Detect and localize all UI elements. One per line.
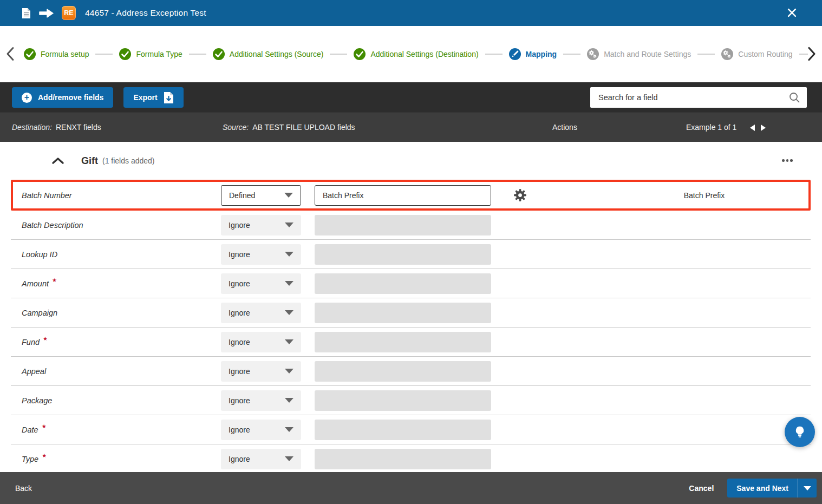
stepper-step[interactable]: Custom Routing	[721, 48, 810, 60]
stepper-step[interactable]: Match and Route Settings	[587, 48, 721, 60]
search-input[interactable]	[597, 93, 788, 102]
value-input	[315, 390, 491, 411]
example-prev-icon[interactable]	[749, 124, 755, 132]
mapping-type-value: Ignore	[229, 367, 250, 376]
mapping-type-select[interactable]: Ignore	[221, 390, 301, 411]
stepper-prev-icon[interactable]	[5, 47, 15, 61]
chevron-down-icon	[285, 369, 293, 374]
field-search	[590, 87, 807, 108]
chevron-down-icon	[285, 222, 293, 227]
mapping-content: Gift (1 fields added) Batch Number ★ Def…	[0, 142, 822, 472]
value-input	[315, 332, 491, 352]
mapping-type-select[interactable]: Ignore	[221, 449, 301, 469]
mapping-row: Campaign ★ Ignore	[11, 298, 811, 328]
mapping-type-value: Ignore	[229, 309, 250, 317]
stepper-steps: Formula setup Formula Type Add	[24, 48, 810, 60]
field-label: Fund	[22, 338, 40, 346]
save-and-next-button[interactable]: Save and Next	[727, 479, 798, 498]
wizard-stepper: Formula setup Formula Type Add	[0, 26, 822, 82]
chevron-down-icon	[285, 310, 293, 315]
mapping-type-select[interactable]: Ignore	[221, 332, 301, 352]
value-input	[315, 303, 491, 323]
document-icon	[22, 8, 31, 19]
mapping-type-value: Ignore	[229, 338, 250, 346]
required-star-icon: ★	[42, 453, 47, 459]
collapse-chevron-icon[interactable]	[51, 157, 66, 165]
value-input[interactable]	[315, 185, 491, 206]
mapping-type-select[interactable]: Ignore	[221, 244, 301, 265]
wizard-footer: Back Cancel Save and Next	[0, 472, 822, 504]
check-icon	[213, 48, 225, 60]
chevron-down-icon	[285, 456, 293, 461]
mapping-type-select[interactable]: Ignore	[221, 215, 301, 235]
value-input	[315, 273, 491, 294]
mapping-type-select[interactable]: Ignore	[221, 420, 301, 440]
field-label: Campaign	[22, 309, 57, 317]
mapping-type-select[interactable]: Ignore	[221, 273, 301, 294]
gears-icon	[587, 48, 599, 60]
required-star-icon: ★	[52, 277, 57, 283]
step-label: Custom Routing	[738, 50, 792, 58]
lightbulb-icon	[793, 425, 807, 439]
field-label: Batch Description	[22, 221, 83, 230]
arrow-right-icon	[39, 9, 54, 18]
step-label: Additional Settings (Destination)	[370, 50, 478, 58]
stepper-step[interactable]: Formula Type	[119, 48, 212, 60]
save-options-chevron-icon[interactable]	[798, 479, 817, 498]
mapping-type-value: Ignore	[229, 426, 250, 434]
step-label: Formula Type	[136, 50, 182, 58]
mapping-row: Amount ★ Ignore	[11, 269, 811, 298]
mapping-toolbar: + Add/remove fields Export	[0, 82, 822, 113]
field-label: Amount	[22, 279, 49, 288]
mapping-row: Type ★ Ignore	[11, 444, 811, 472]
mapping-type-value: Ignore	[229, 279, 250, 288]
mapping-type-select[interactable]: Ignore	[221, 361, 301, 382]
step-label: Mapping	[526, 50, 557, 58]
value-input	[315, 244, 491, 265]
plus-icon: +	[22, 93, 32, 103]
section-menu-icon[interactable]	[782, 159, 793, 162]
value-input	[315, 420, 491, 440]
step-label: Additional Settings (Source)	[230, 50, 324, 58]
mapping-row: Package ★ Ignore	[11, 386, 811, 415]
export-button[interactable]: Export	[123, 87, 183, 108]
mapping-row: Lookup ID ★ Ignore	[11, 240, 811, 269]
mapping-row: Date ★ Ignore	[11, 415, 811, 444]
field-label: Appeal	[22, 367, 46, 376]
section-field-count: (1 fields added)	[102, 156, 155, 165]
required-star-icon: ★	[43, 336, 48, 342]
field-label: Date	[22, 426, 38, 434]
chevron-down-icon	[285, 281, 293, 286]
field-label: Lookup ID	[22, 250, 57, 259]
mapping-type-select[interactable]: Defined	[221, 185, 301, 206]
stepper-next-icon[interactable]	[807, 47, 817, 61]
stepper-step[interactable]: Additional Settings (Destination)	[354, 48, 508, 60]
search-icon[interactable]	[788, 91, 800, 103]
stepper-step[interactable]: Mapping	[509, 48, 588, 60]
example-next-icon[interactable]	[760, 124, 767, 132]
mapping-row: Fund ★ Ignore	[11, 328, 811, 357]
cancel-button[interactable]: Cancel	[689, 484, 714, 493]
stepper-step[interactable]: Additional Settings (Source)	[213, 48, 354, 60]
gears-icon	[721, 48, 733, 60]
stepper-step[interactable]: Formula setup	[24, 48, 119, 60]
back-button[interactable]: Back	[15, 484, 32, 493]
check-icon	[119, 48, 131, 60]
chevron-down-icon	[284, 193, 293, 198]
mapping-row: Batch Number ★ Defined	[11, 180, 811, 211]
close-icon[interactable]	[787, 8, 797, 18]
mapping-row: Appeal ★ Ignore	[11, 357, 811, 386]
mapping-type-value: Ignore	[229, 396, 250, 405]
re-logo: RE	[62, 6, 76, 20]
example-counter: Example 1 of 1	[686, 113, 736, 142]
title-bar: RE 44657 - Address Exception Test	[0, 0, 822, 26]
mapping-type-select[interactable]: Ignore	[221, 303, 301, 323]
export-download-icon	[164, 91, 174, 104]
example-value: Batch Prefix	[684, 191, 725, 200]
pencil-icon	[509, 48, 521, 60]
value-input	[315, 215, 491, 235]
step-label: Match and Route Settings	[604, 50, 691, 58]
settings-gear-icon[interactable]	[513, 188, 527, 202]
add-remove-fields-button[interactable]: + Add/remove fields	[12, 87, 113, 108]
help-button[interactable]	[785, 417, 815, 447]
